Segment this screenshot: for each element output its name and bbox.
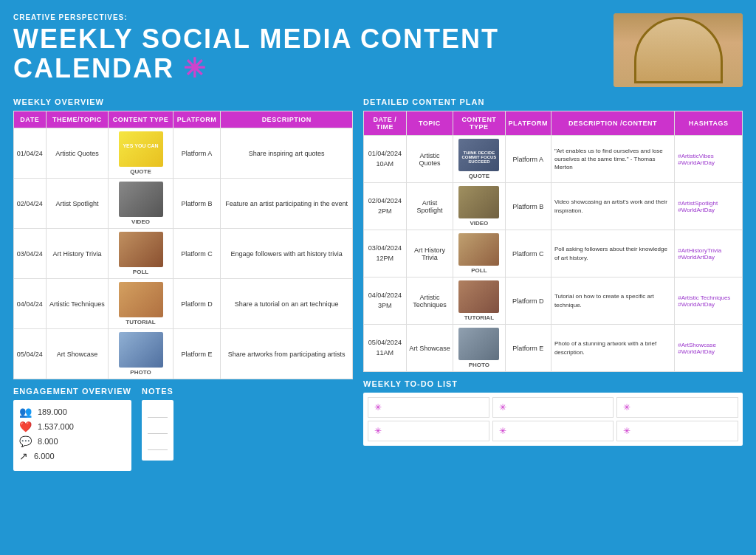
- week-desc-3: Share a tutorial on an art technique: [221, 279, 353, 329]
- todo-cell-2: ✳: [492, 397, 614, 418]
- detail-topic-4: Art Showcase: [406, 325, 453, 372]
- week-ctype-1: VIDEO: [109, 179, 173, 229]
- detail-ctype-4: PHOTO: [453, 325, 505, 372]
- week-theme-0: Artistic Quotes: [46, 128, 109, 179]
- notes-box: [142, 400, 173, 461]
- dcol-topic: TOPIC: [406, 111, 453, 136]
- detail-ctype-0: THINK DECIDE COMMIT FOCUS SUCCEED QUOTE: [453, 136, 505, 183]
- notes-section: NOTES: [142, 387, 173, 471]
- weekly-row: 02/04/24 Artist Spotlight VIDEO Platform…: [14, 179, 353, 229]
- right-bottom: WEEKLY TO-DO LIST ✳ ✳ ✳ ✳ ✳ ✳: [363, 379, 743, 446]
- left-column: WEEKLY OVERVIEW DATE THEME/TOPIC CONTENT…: [13, 97, 353, 471]
- todo-box: ✳ ✳ ✳ ✳ ✳ ✳: [363, 393, 743, 446]
- detail-platform-4: Platform E: [505, 325, 551, 372]
- week-platform-3: Platform D: [173, 279, 221, 329]
- detail-ctype-2: POLL: [453, 230, 505, 278]
- week-desc-2: Engage followers with art history trivia: [221, 229, 353, 279]
- week-date-3: 04/04/24: [14, 279, 47, 329]
- todo-title: WEEKLY TO-DO LIST: [363, 379, 743, 388]
- detail-platform-1: Platform B: [505, 183, 551, 230]
- todo-cell-5: ✳: [492, 421, 614, 441]
- header-image: [614, 13, 743, 87]
- todo-section: WEEKLY TO-DO LIST ✳ ✳ ✳ ✳ ✳ ✳: [363, 379, 743, 446]
- engagement-value-4: 6.000: [34, 452, 55, 461]
- detail-date-1: 02/04/20242PM: [364, 183, 407, 230]
- col-platform: PLATFORM: [173, 111, 221, 128]
- header-subtitle: CREATIVE PERSPECTIVES:: [13, 13, 614, 21]
- detail-hashtags-3: #Artistic Techniques #WorldArtDay: [675, 278, 743, 325]
- detail-date-2: 03/04/202412PM: [364, 230, 407, 278]
- detail-desc-0: "Art enables us to find ourselves and lo…: [551, 136, 674, 183]
- detailed-plan-title: DETAILED CONTENT PLAN: [363, 97, 743, 106]
- detail-desc-3: Tutorial on how to create a specific art…: [551, 278, 674, 325]
- week-theme-2: Art History Trivia: [46, 229, 109, 279]
- week-ctype-3: TUTORIAL: [109, 279, 173, 329]
- engagement-box: 👥 189.000 ❤️ 1.537.000 💬 8.000 ↗ 6.000: [13, 400, 131, 471]
- detail-desc-1: Video showcasing an artist's work and th…: [551, 183, 674, 230]
- week-platform-1: Platform B: [173, 179, 221, 229]
- week-desc-0: Share inspiring art quotes: [221, 128, 353, 179]
- week-date-1: 02/04/24: [14, 179, 47, 229]
- header-asterisk: ✳: [183, 53, 207, 83]
- engagement-value-3: 8.000: [38, 437, 58, 446]
- todo-cell-3: ✳: [616, 397, 738, 418]
- week-ctype-2: POLL: [109, 229, 173, 279]
- detail-topic-3: Artistic Techniques: [406, 278, 453, 325]
- arch-inner: [634, 17, 723, 83]
- people-icon: 👥: [19, 406, 32, 418]
- detail-hashtags-0: #ArtisticVibes #WorldArtDay: [675, 136, 743, 183]
- detail-hashtags-2: #ArtHistoryTrivia #WorldArtDay: [675, 230, 743, 278]
- detail-topic-0: Artistic Quotes: [406, 136, 453, 183]
- comment-icon: 💬: [19, 435, 32, 447]
- detail-date-4: 05/04/202411AM: [364, 325, 407, 372]
- week-theme-3: Artistic Techniques: [46, 279, 109, 329]
- detail-row: 03/04/202412PM Art History Trivia POLL P…: [364, 230, 743, 278]
- engagement-row-3: 💬 8.000: [19, 435, 126, 447]
- week-date-0: 01/04/24: [14, 128, 47, 179]
- detail-ctype-1: VIDEO: [453, 183, 505, 230]
- dcol-desc: DESCRIPTION /CONTENT: [551, 111, 674, 136]
- engagement-value-2: 1.537.000: [38, 422, 74, 431]
- week-date-4: 05/04/24: [14, 329, 47, 379]
- col-description: DESCRIPTION: [221, 111, 353, 128]
- engagement-value-1: 189.000: [38, 407, 67, 416]
- header-title: WEEKLY SOCIAL MEDIA CONTENT CALENDAR ✳: [13, 24, 614, 83]
- detail-desc-4: Photo of a stunning artwork with a brief…: [551, 325, 674, 372]
- header-text: CREATIVE PERSPECTIVES: WEEKLY SOCIAL MED…: [13, 13, 614, 83]
- todo-cell-4: ✳: [368, 421, 489, 441]
- dcol-platform: PLATFORM: [505, 111, 551, 136]
- main-layout: WEEKLY OVERVIEW DATE THEME/TOPIC CONTENT…: [13, 97, 743, 471]
- notes-line-1: [148, 406, 168, 418]
- detail-ctype-3: TUTORIAL: [453, 278, 505, 325]
- weekly-overview-table: DATE THEME/TOPIC CONTENT TYPE PLATFORM D…: [13, 111, 353, 379]
- detail-row: 01/04/202410AM Artistic Quotes THINK DEC…: [364, 136, 743, 183]
- notes-title: NOTES: [142, 387, 173, 396]
- detail-desc-2: Poll asking followers about their knowle…: [551, 230, 674, 278]
- dcol-hashtags: HASHTAGS: [675, 111, 743, 136]
- bottom-left: ENGAGEMENT OVERVIEW 👥 189.000 ❤️ 1.537.0…: [13, 387, 353, 471]
- week-desc-1: Feature an artist participating in the e…: [221, 179, 353, 229]
- weekly-row: 03/04/24 Art History Trivia POLL Platfor…: [14, 229, 353, 279]
- weekly-row: 05/04/24 Art Showcase PHOTO Platform E S…: [14, 329, 353, 379]
- dcol-date: DATE / TIME: [364, 111, 407, 136]
- col-date: DATE: [14, 111, 47, 128]
- weekly-row: 01/04/24 Artistic Quotes YES YOU CAN QUO…: [14, 128, 353, 179]
- col-theme: THEME/TOPIC: [46, 111, 109, 128]
- week-ctype-4: PHOTO: [109, 329, 173, 379]
- detail-hashtags-1: #ArtistSpotlight #WorldArtDay: [675, 183, 743, 230]
- weekly-overview-title: WEEKLY OVERVIEW: [13, 97, 353, 106]
- detail-platform-2: Platform C: [505, 230, 551, 278]
- week-platform-0: Platform A: [173, 128, 221, 179]
- detail-row: 04/04/20243PM Artistic Techniques TUTORI…: [364, 278, 743, 325]
- arch-decoration: [614, 13, 743, 87]
- dcol-content: CONTENT TYPE: [453, 111, 505, 136]
- header: CREATIVE PERSPECTIVES: WEEKLY SOCIAL MED…: [13, 13, 743, 87]
- todo-cell-1: ✳: [368, 397, 489, 418]
- notes-line-2: [148, 422, 168, 434]
- right-column: DETAILED CONTENT PLAN DATE / TIME TOPIC …: [363, 97, 743, 471]
- week-ctype-0: YES YOU CAN QUOTE: [109, 128, 173, 179]
- detailed-plan-table: DATE / TIME TOPIC CONTENT TYPE PLATFORM …: [363, 111, 743, 372]
- detail-topic-1: Artist Spotlight: [406, 183, 453, 230]
- week-platform-4: Platform E: [173, 329, 221, 379]
- engagement-row-1: 👥 189.000: [19, 406, 126, 418]
